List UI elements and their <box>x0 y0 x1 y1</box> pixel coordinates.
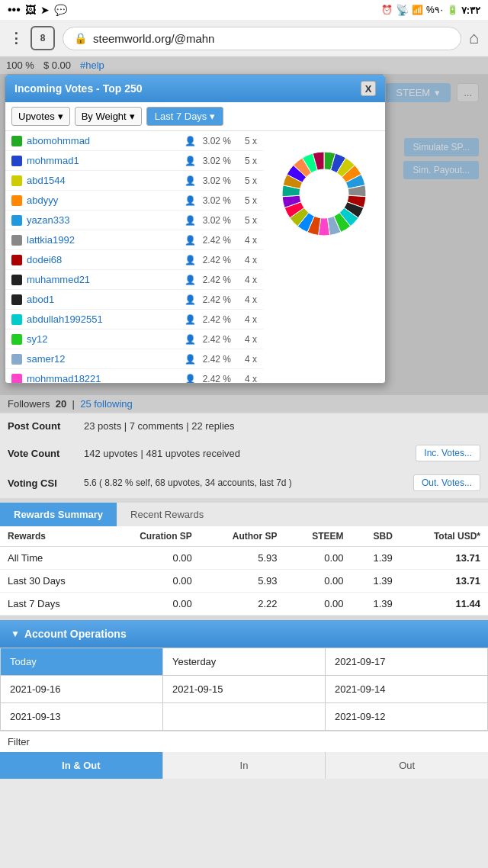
more-button: ... <box>457 83 479 102</box>
voter-percent: 2.42 % <box>201 275 231 285</box>
voter-count: 5 x <box>236 156 257 166</box>
filter1-label: Upvotes <box>18 111 55 122</box>
voter-icon: 👤 <box>185 334 196 345</box>
more-label: ... <box>464 87 472 98</box>
status-dots: ••• <box>8 3 21 17</box>
ops-cell[interactable]: 2021-09-16 <box>1 676 162 702</box>
voter-name[interactable]: yazan333 <box>27 214 180 226</box>
tab-count: 8 <box>40 33 46 43</box>
sim-payout-btn: Sim. Payout... <box>403 161 479 179</box>
lock-icon: 🔒 <box>74 32 87 44</box>
reward-label: All Time <box>0 547 104 570</box>
voter-name[interactable]: muhammed21 <box>27 274 180 285</box>
vote-row: sy12 👤 2.42 % 4 x <box>5 330 263 349</box>
voter-icon: 👤 <box>185 195 196 206</box>
tab-out[interactable]: Out <box>326 752 488 779</box>
filter-label: Filter <box>8 736 30 747</box>
voter-percent: 2.42 % <box>201 255 231 265</box>
filter2-chevron: ▾ <box>130 111 135 122</box>
voter-percent: 2.42 % <box>201 314 231 325</box>
account-ops-header: ▼ Account Operations <box>0 620 488 648</box>
filter1-select[interactable]: Upvotes ▾ <box>11 107 70 126</box>
url-text: steemworld.org/@mahn <box>93 32 214 45</box>
ops-cell[interactable]: 2021-09-13 <box>1 703 162 730</box>
voter-percent: 2.42 % <box>201 374 231 384</box>
col-rewards: Rewards <box>0 526 104 547</box>
filter3-label: Last 7 Days <box>155 111 207 122</box>
ops-cell[interactable]: 2021-09-12 <box>326 703 487 730</box>
simulate-sp-btn: Simulate SP... <box>404 138 479 156</box>
followers-bar: Followers 20 | 25 following <box>0 394 488 413</box>
inc-votes-button[interactable]: Inc. Votes... <box>416 445 480 461</box>
reward-row: Last 30 Days 0.00 5.93 0.00 1.39 13.71 <box>0 570 488 593</box>
filter-bar: Filter <box>0 731 488 752</box>
ops-cell[interactable]: 2021-09-14 <box>326 676 487 702</box>
reward-total: 13.71 <box>400 570 488 593</box>
ops-cell[interactable]: Yesterday <box>163 648 325 675</box>
voter-color-dot <box>11 275 22 285</box>
reward-curation: 0.00 <box>104 593 200 616</box>
help-item[interactable]: #help <box>80 59 104 71</box>
filter3-select[interactable]: Last 7 Days ▾ <box>146 107 224 126</box>
voter-name[interactable]: abod1 <box>27 294 180 305</box>
vote-row: abd1544 👤 3.02 % 5 x <box>5 171 263 191</box>
post-count-row: Post Count 23 posts | 7 comments | 22 re… <box>0 414 488 439</box>
recent-rewards-tab[interactable]: Recent Rewards <box>117 503 217 526</box>
col-sbd: SBD <box>352 526 400 547</box>
ops-cell[interactable]: Today <box>1 648 162 675</box>
browser-tab-button[interactable]: 8 <box>30 26 55 50</box>
voter-icon: 👤 <box>185 136 196 146</box>
voter-name[interactable]: abdyyy <box>27 194 180 206</box>
reward-steem: 0.00 <box>284 593 351 616</box>
voter-name[interactable]: dodei68 <box>27 254 180 265</box>
voter-name[interactable]: abd1544 <box>27 175 180 186</box>
filter2-select[interactable]: By Weight ▾ <box>75 107 142 126</box>
voter-icon: 👤 <box>185 354 196 365</box>
voter-name[interactable]: samer12 <box>27 353 180 365</box>
voter-name[interactable]: abdullah1992551 <box>27 313 180 325</box>
vote-count-label: Vote Count <box>8 448 76 459</box>
voter-percent: 3.02 % <box>201 175 231 186</box>
reward-sbd: 1.39 <box>352 570 400 593</box>
voting-csi-value: 5.6 ( 8.82 % self, 68 upvotes, 34 accoun… <box>84 477 406 488</box>
voter-name[interactable]: sy12 <box>27 333 180 345</box>
voter-name[interactable]: mohmmad1 <box>27 155 180 166</box>
voter-color-dot <box>11 334 22 345</box>
col-curation: Curation SP <box>104 526 200 547</box>
vote-row: lattkia1992 👤 2.42 % 4 x <box>5 230 263 250</box>
tab-in-out[interactable]: In & Out <box>0 752 162 779</box>
voter-name[interactable]: abomohmmad <box>27 135 180 146</box>
reward-curation: 0.00 <box>104 570 200 593</box>
vote-row: yazan333 👤 3.02 % 5 x <box>5 211 263 230</box>
status-right: ••• 🖼 ➤ 💬 <box>8 3 67 17</box>
voter-icon: 👤 <box>185 175 196 186</box>
amount-item: $ 0.00 <box>43 59 71 71</box>
vote-count-row: Vote Count 142 upvotes | 481 upvotes rec… <box>0 439 488 468</box>
out-votes-button[interactable]: Out. Votes... <box>413 474 480 491</box>
status-time: ۷:۳۲ <box>461 5 480 16</box>
ops-cell[interactable]: 2021-09-15 <box>163 676 325 702</box>
ops-cell[interactable] <box>163 703 325 730</box>
voter-percent: 2.42 % <box>201 354 231 365</box>
voter-color-dot <box>11 215 22 226</box>
browser-menu-button[interactable]: ⋮ <box>9 30 23 47</box>
voter-count: 5 x <box>236 136 257 146</box>
steem-chevron: ▾ <box>435 87 440 98</box>
reward-author: 2.22 <box>200 593 285 616</box>
reward-total: 13.71 <box>400 547 488 570</box>
modal-area: STEEM ▾ ... Details Info Simulate SP... … <box>0 74 488 394</box>
voter-count: 4 x <box>236 374 257 384</box>
ops-cell[interactable]: 2021-09-17 <box>326 648 487 675</box>
vote-row: mohmmad18221 👤 2.42 % 4 x <box>5 369 263 383</box>
address-bar[interactable]: 🔒 steemworld.org/@mahn <box>63 27 461 50</box>
reward-author: 5.93 <box>200 570 285 593</box>
rewards-summary-tab[interactable]: Rewards Summary <box>0 503 117 526</box>
voter-name[interactable]: mohmmad18221 <box>27 373 180 383</box>
following-count: 25 following <box>80 398 133 410</box>
tab-in[interactable]: In <box>163 752 326 779</box>
modal-title: Incoming Votes - Top 250 <box>14 82 143 95</box>
voter-name[interactable]: lattkia1992 <box>27 234 180 246</box>
home-button[interactable]: ⌂ <box>469 28 479 48</box>
modal-close-button[interactable]: X <box>361 81 376 96</box>
filter1-chevron: ▾ <box>58 111 63 122</box>
